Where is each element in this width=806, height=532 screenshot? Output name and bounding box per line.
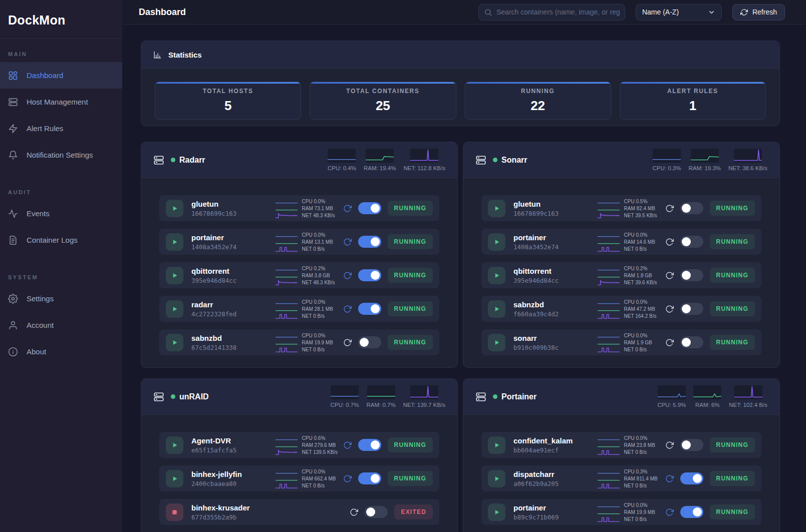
sidebar-item-alert-rules[interactable]: Alert Rules	[0, 115, 122, 142]
sort-select[interactable]: Name (A-Z)	[636, 4, 722, 21]
auto-restart-toggle[interactable]	[358, 336, 381, 348]
start-button[interactable]	[166, 436, 183, 454]
container-cpu-metric: CPU 0.6%	[276, 435, 337, 441]
restart-icon[interactable]	[343, 474, 352, 483]
auto-restart-toggle[interactable]	[680, 472, 703, 484]
restart-icon[interactable]	[665, 474, 674, 483]
start-button[interactable]	[488, 267, 505, 284]
restart-icon[interactable]	[665, 508, 674, 516]
status-badge: RUNNING	[388, 301, 433, 316]
play-icon	[170, 204, 179, 213]
host-net-label: NET: 112.8 KB/s	[403, 165, 445, 171]
restart-icon[interactable]	[665, 441, 674, 449]
auto-restart-toggle[interactable]	[680, 336, 703, 348]
restart-icon[interactable]	[665, 238, 674, 246]
sidebar-item-settings[interactable]: Settings	[0, 285, 122, 312]
start-button[interactable]	[166, 300, 183, 318]
status-badge: RUNNING	[388, 234, 433, 249]
host-card-radarr: Radarr CPU: 0.4% RAM: 19.4% NET: 112.8 K…	[141, 142, 458, 368]
start-button[interactable]	[488, 300, 505, 318]
auto-restart-toggle[interactable]	[358, 303, 381, 315]
server-icon	[475, 155, 486, 166]
status-badge: RUNNING	[710, 335, 755, 350]
stop-button[interactable]	[166, 503, 183, 521]
start-button[interactable]	[488, 334, 505, 351]
restart-icon[interactable]	[343, 305, 352, 313]
auto-restart-toggle[interactable]	[358, 236, 381, 248]
restart-icon[interactable]	[343, 271, 352, 280]
container-net-label: NET 0 B/s	[302, 347, 325, 352]
start-button[interactable]	[166, 233, 183, 251]
sparkline	[276, 483, 298, 488]
restart-icon[interactable]	[343, 204, 352, 213]
restart-icon	[343, 338, 352, 347]
auto-restart-toggle[interactable]	[358, 439, 381, 451]
sidebar-item-dashboard[interactable]: Dashboard	[0, 62, 122, 89]
restart-icon[interactable]	[343, 441, 352, 449]
restart-icon	[343, 441, 352, 449]
container-cpu-label: CPU 0.0%	[302, 199, 326, 204]
container-info: sabnzbd f660aa39c4d2	[513, 300, 559, 318]
start-button[interactable]	[488, 470, 505, 487]
start-button[interactable]	[488, 503, 505, 521]
container-row-radarr: radarr 4c2722328fed CPU 0.0% RAM 28.1 MB…	[159, 296, 439, 322]
search-box	[478, 4, 625, 21]
auto-restart-toggle[interactable]	[358, 269, 381, 281]
sidebar-item-host-management[interactable]: Host Management	[0, 89, 122, 115]
container-row-sonarr: sonarr b910c009b38c CPU 0.0% RAM 1.9 GB …	[481, 329, 761, 355]
restart-icon[interactable]	[343, 238, 352, 246]
start-button[interactable]	[166, 200, 183, 217]
sidebar-section-label: MAIN	[0, 43, 122, 62]
restart-icon[interactable]	[665, 271, 674, 280]
start-button[interactable]	[166, 267, 183, 284]
auto-restart-toggle[interactable]	[680, 439, 703, 451]
restart-icon[interactable]	[665, 338, 674, 347]
sparkline	[276, 280, 298, 285]
start-button[interactable]	[166, 334, 183, 351]
auto-restart-toggle[interactable]	[358, 202, 381, 214]
container-cpu-label: CPU 0.0%	[302, 232, 326, 238]
container-id: e65f15afcfa5	[191, 446, 236, 454]
sparkline	[598, 232, 620, 238]
container-info: dispatcharr a06f62b9a205	[513, 470, 559, 487]
container-name: gluetun	[191, 200, 236, 208]
auto-restart-toggle[interactable]	[680, 202, 703, 214]
auto-restart-toggle[interactable]	[680, 269, 703, 281]
auto-restart-toggle[interactable]	[358, 472, 381, 484]
container-name: gluetun	[513, 200, 559, 208]
restart-icon[interactable]	[350, 508, 358, 516]
container-info: gluetun 16678699c163	[191, 200, 236, 217]
info-icon	[8, 347, 18, 357]
search-input[interactable]	[496, 8, 620, 16]
container-name: sabnzbd	[513, 300, 559, 309]
auto-restart-toggle[interactable]	[365, 506, 388, 518]
sidebar-item-container-logs[interactable]: Container Logs	[0, 227, 122, 253]
start-button[interactable]	[488, 436, 505, 454]
sparkline	[691, 149, 719, 163]
auto-restart-toggle[interactable]	[680, 303, 703, 315]
restart-icon[interactable]	[665, 305, 674, 313]
restart-icon	[665, 305, 674, 313]
restart-icon[interactable]	[343, 338, 352, 347]
toggle-knob	[371, 204, 380, 213]
container-id: b89c9c71b069	[513, 513, 559, 521]
sidebar-item-account[interactable]: Account	[0, 312, 122, 338]
sidebar-item-about[interactable]: About	[0, 338, 122, 365]
sidebar-item-events[interactable]: Events	[0, 200, 122, 227]
start-button[interactable]	[488, 233, 505, 251]
start-button[interactable]	[166, 470, 183, 487]
restart-icon[interactable]	[665, 204, 674, 213]
auto-restart-toggle[interactable]	[680, 236, 703, 248]
user-icon	[8, 320, 18, 330]
auto-restart-toggle[interactable]	[680, 506, 703, 518]
container-ram-metric: RAM 14.6 MB	[598, 239, 659, 245]
refresh-button[interactable]: Refresh	[732, 4, 785, 21]
status-badge: RUNNING	[710, 301, 755, 316]
play-icon	[170, 474, 179, 483]
host-ram-metric: RAM: 0.7%	[366, 385, 395, 408]
sidebar-item-label: Host Management	[27, 98, 88, 106]
host-cpu-label: CPU: 5.9%	[657, 402, 686, 408]
sparkline	[598, 206, 620, 211]
start-button[interactable]	[488, 200, 505, 217]
sidebar-item-notification-settings[interactable]: Notification Settings	[0, 142, 122, 168]
